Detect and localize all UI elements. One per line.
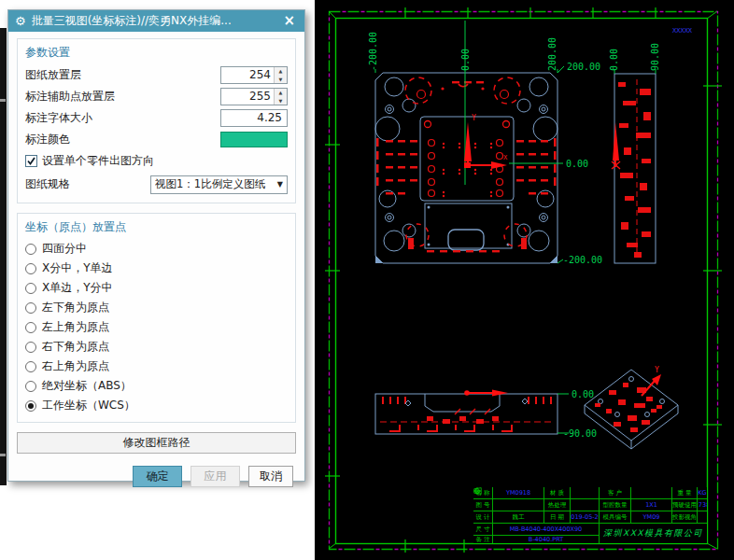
radio-option-7[interactable]: 绝对坐标（ABS） [25,376,288,396]
radio-label: 右下角为原点 [42,339,109,355]
tb-value [631,487,671,498]
sheet-spec-label: 图纸规格 [25,176,150,192]
radio-icon[interactable] [25,244,36,255]
row-sheet-spec: 图纸规格 视图1：1比例定义图纸 ▼ [25,173,288,196]
row-sheet-layer: 图纸放置层 254 ▲▼ [25,64,288,86]
color-swatch[interactable] [220,132,288,147]
coords-group: 坐标（原点）放置点 四面分中 X分中，Y单边 X单边，Y分中 左下角为原点 左上… [17,213,296,423]
row-aux-layer: 标注辅助点放置层 255 ▲▼ [25,86,288,107]
radio-icon[interactable] [25,342,36,353]
radio-icon[interactable] [25,283,36,294]
radio-option-2[interactable]: X单边，Y分中 [25,278,288,298]
radio-icon[interactable] [25,361,36,372]
radio-option-4[interactable]: 左上角为原点 [25,317,288,337]
title-block: 名 称 YM0918 材 质 客 户 重 量 KG 图 号 热处理 型腔数量 1… [473,487,707,543]
tb-label: 重 量 [672,487,697,498]
spinner-arrows[interactable]: ▲▼ [274,89,287,105]
tb-value [571,499,599,511]
dialog-title: 批量三视图(坐标标注)//奕勇NX外挂编... [32,13,281,29]
ok-button[interactable]: 确定 [133,466,182,487]
annotation-color-label: 标注颜色 [25,132,220,147]
cancel-button[interactable]: 取消 [248,466,293,487]
tb-value [493,499,543,511]
tb-value: B-4040.PRT [493,536,599,543]
tb-label: 型腔数量 [600,499,630,511]
dim-main-top-left: -200.00 [368,32,378,71]
projection-angle-icons [698,511,707,523]
dim-side-left: 0.00 [609,49,619,71]
resource-bar[interactable] [0,28,7,485]
single-part-direction-label: 设置单个零件出图方向 [42,153,154,169]
tb-value: 1X1 [631,499,671,511]
radio-icon[interactable] [25,263,36,274]
radio-label: X单边，Y分中 [42,280,113,296]
tb-label: 设 计 [473,511,492,523]
radio-label: 四面分中 [42,241,87,257]
radio-label: 右上角为原点 [42,358,109,374]
radio-icon-selected[interactable] [25,400,36,412]
dim-front-top: 0.00 [572,389,594,399]
tb-value: MB-B4040-400X400X90 [493,524,599,535]
params-header: 参数设置 [25,45,288,61]
tb-label: 投影视角 [672,511,697,523]
iso-view: Y [585,366,678,449]
right-flank-dashes [516,138,557,195]
side-view [612,74,656,263]
tb-label: 热处理 [544,499,570,511]
tb-value: KG [698,487,707,498]
tb-label: 模具编号 [600,511,630,523]
gear-icon: ⚙ [15,15,26,27]
tb-value: YM09 [631,511,671,523]
radio-option-6[interactable]: 右上角为原点 [25,357,288,376]
tb-label: 备 注 [473,536,492,543]
radio-option-5[interactable]: 右下角为原点 [25,337,288,357]
tb-label: 材 质 [544,487,570,498]
dim-main-right-bottom: -200.00 [563,255,602,265]
aux-layer-value: 255 [221,89,274,105]
radio-icon[interactable] [25,381,36,392]
cad-viewport[interactable]: XXXXX [315,0,734,560]
tb-value [571,487,599,498]
font-size-input[interactable]: 4.25 [220,109,288,127]
company-name: 深圳XXX模具有限公司 [600,524,707,543]
tb-label: 日 期 [544,511,570,523]
tb-label: 尺 寸 [473,524,492,535]
chevron-down-icon: ▼ [277,180,283,189]
radio-icon[interactable] [25,302,36,314]
tb-label: 客 户 [600,487,630,498]
tb-value: YM0918 [493,487,543,498]
tb-value: 2019-05-20 [571,511,599,523]
axis-x-label: X [503,154,508,161]
axis-y-label: Y [472,114,476,122]
close-icon[interactable]: × [280,14,298,28]
dim-main-right-top: 200.00 [567,62,600,72]
sheet-spec-dropdown[interactable]: 视图1：1比例定义图纸 ▼ [150,175,288,194]
apply-button[interactable]: 应用 [191,466,240,487]
iso-axis-label: Y [655,366,659,374]
aux-layer-spinner[interactable]: 255 ▲▼ [220,88,288,105]
radio-label: 左上角为原点 [42,319,109,335]
sheet-layer-value: 254 [221,67,274,83]
strip-tick [0,99,6,102]
radio-option-0[interactable]: 四面分中 [25,239,288,259]
font-size-label: 标注字体大小 [25,110,220,126]
dialog-buttons: 确定 应用 取消 [17,466,296,487]
spinner-arrows[interactable]: ▲▼ [274,67,287,83]
batch-three-view-dialog: ⚙ 批量三视图(坐标标注)//奕勇NX外挂编... × 参数设置 图纸放置层 2… [7,9,305,482]
sheet-spec-value: 视图1：1比例定义图纸 [155,177,277,191]
tb-value: 魏工 [493,511,543,523]
radio-option-1[interactable]: X分中，Y单边 [25,259,288,278]
row-single-part-direction: 设置单个零件出图方向 [25,150,288,171]
drawing-frame [325,7,722,553]
modify-frame-path-button[interactable]: 修改图框路径 [17,432,296,454]
sheet-layer-spinner[interactable]: 254 ▲▼ [220,66,288,84]
dimension-labels: -200.00 0.00 200.00 200.00 0.00 -200.00 … [368,32,660,439]
dim-front-bottom: -90.00 [563,428,597,439]
radio-icon[interactable] [25,322,36,333]
checkbox-checked[interactable] [25,155,37,167]
radio-option-3[interactable]: 左下角为原点 [25,298,288,317]
dialog-titlebar: ⚙ 批量三视图(坐标标注)//奕勇NX外挂编... × [8,10,304,32]
aux-layer-label: 标注辅助点放置层 [25,89,220,105]
radio-option-8[interactable]: 工作坐标（WCS） [25,396,288,415]
nx-workspace: ⚙ 批量三视图(坐标标注)//奕勇NX外挂编... × 参数设置 图纸放置层 2… [0,0,734,560]
